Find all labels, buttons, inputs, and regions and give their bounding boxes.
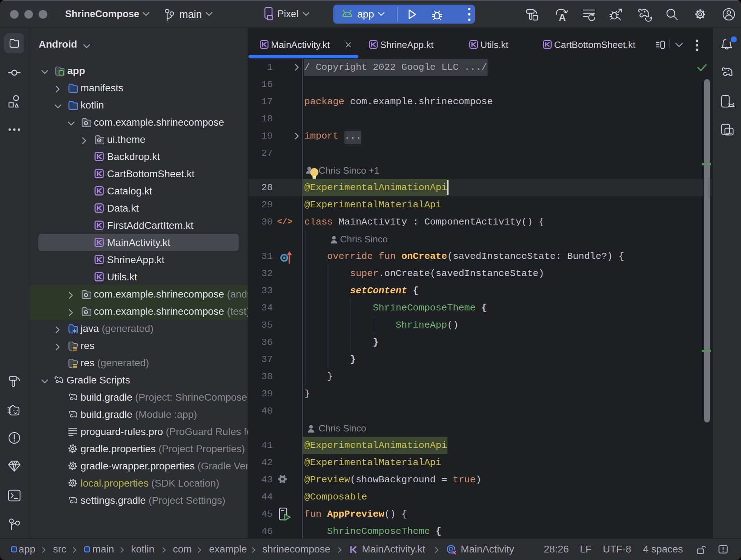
svg-text:A: A <box>559 12 566 21</box>
